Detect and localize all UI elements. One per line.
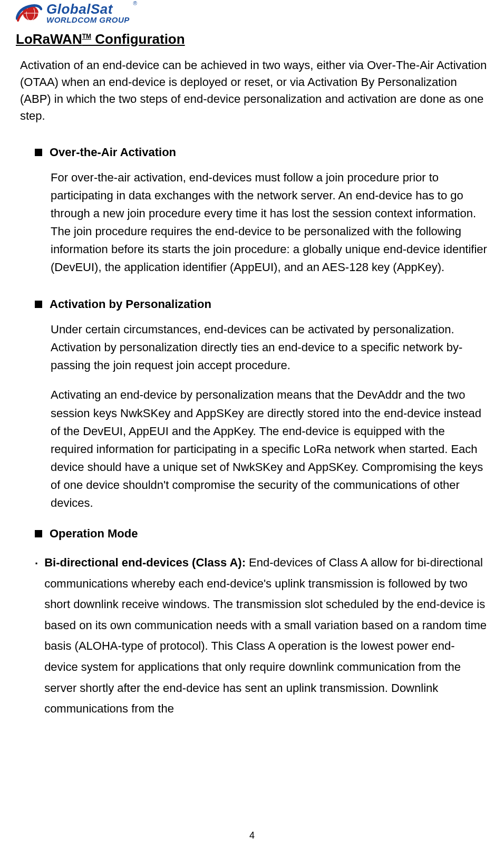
intro-paragraph: Activation of an end-device can be achie… (20, 57, 488, 124)
title-main: LoRaWAN (16, 31, 82, 47)
opmode-heading-text: Operation Mode (50, 527, 138, 541)
abp-body-1: Under certain circumstances, end-devices… (51, 321, 488, 374)
otaa-heading: Over-the-Air Activation (35, 146, 488, 159)
dot-bullet-icon: · (35, 553, 38, 574)
document-page: GlobalSat WORLDCOM GROUP ® LoRaWANTM Con… (0, 0, 504, 857)
class-a-body: End-devices of Class A allow for bi-dire… (44, 556, 487, 715)
globe-swoosh-icon (16, 4, 42, 23)
square-bullet-icon (35, 530, 42, 537)
otaa-body: For over-the-air activation, end-devices… (51, 169, 488, 277)
abp-heading-text: Activation by Personalization (50, 297, 211, 311)
brand-logo: GlobalSat WORLDCOM GROUP ® (16, 0, 488, 24)
square-bullet-icon (35, 301, 42, 308)
class-a-label: Bi-directional end-devices (Class A): (44, 556, 249, 569)
registered-mark: ® (133, 1, 137, 6)
page-title: LoRaWANTM Configuration (16, 31, 488, 47)
abp-heading: Activation by Personalization (35, 297, 488, 311)
title-trademark: TM (82, 33, 91, 40)
square-bullet-icon (35, 149, 42, 156)
brand-name: GlobalSat (46, 2, 130, 16)
page-number: 4 (0, 830, 504, 841)
title-tail: Configuration (91, 31, 185, 47)
abp-body-2: Activating an end-device by personalizat… (51, 386, 488, 512)
brand-text: GlobalSat WORLDCOM GROUP ® (46, 2, 130, 24)
class-a-item: · Bi-directional end-devices (Class A): … (35, 552, 488, 719)
otaa-heading-text: Over-the-Air Activation (50, 146, 176, 159)
class-a-text: Bi-directional end-devices (Class A): En… (44, 552, 488, 719)
brand-subtitle: WORLDCOM GROUP (46, 16, 130, 24)
opmode-heading: Operation Mode (35, 527, 488, 541)
